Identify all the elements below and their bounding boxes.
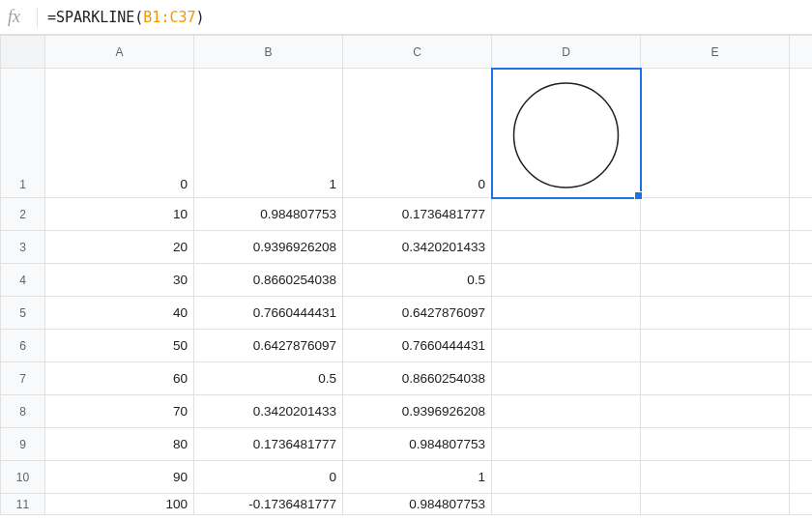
cell-d1-active[interactable] bbox=[492, 69, 641, 198]
cell-e8[interactable] bbox=[641, 395, 790, 428]
cell-d8[interactable] bbox=[492, 395, 641, 428]
cell-a7[interactable]: 60 bbox=[45, 362, 194, 395]
cell-f3[interactable] bbox=[790, 231, 813, 264]
row-header-3[interactable]: 3 bbox=[1, 231, 45, 264]
cell-c6[interactable]: 0.7660444431 bbox=[343, 330, 492, 362]
row-header-11[interactable]: 11 bbox=[1, 494, 45, 515]
cell-f10[interactable] bbox=[790, 461, 813, 494]
spreadsheet-grid: A B C D E 1 0 1 0 2 10 0.984807753 0.1 bbox=[0, 35, 812, 515]
cell-d10[interactable] bbox=[492, 461, 641, 494]
cell-f2[interactable] bbox=[790, 198, 813, 231]
col-header-d[interactable]: D bbox=[492, 36, 641, 69]
cell-a10[interactable]: 90 bbox=[45, 461, 194, 494]
formula-bar: fx =SPARKLINE(B1:C37) bbox=[0, 0, 812, 35]
cell-a3[interactable]: 20 bbox=[45, 231, 194, 264]
formula-fn-open: SPARKLINE( bbox=[56, 9, 143, 26]
cell-f8[interactable] bbox=[790, 395, 813, 428]
row-header-1[interactable]: 1 bbox=[1, 69, 45, 198]
formula-input[interactable]: =SPARKLINE(B1:C37) bbox=[47, 9, 804, 26]
cell-b11[interactable]: -0.1736481777 bbox=[194, 494, 343, 515]
row-header-10[interactable]: 10 bbox=[1, 461, 45, 494]
cell-c10[interactable]: 1 bbox=[343, 461, 492, 494]
cell-a4[interactable]: 30 bbox=[45, 264, 194, 297]
cell-c1[interactable]: 0 bbox=[343, 69, 492, 198]
cell-e1[interactable] bbox=[641, 69, 790, 198]
cell-e11[interactable] bbox=[641, 494, 790, 515]
cell-a8[interactable]: 70 bbox=[45, 395, 194, 428]
formula-equals: = bbox=[47, 9, 56, 26]
col-header-a[interactable]: A bbox=[45, 36, 194, 69]
sparkline-circle-icon bbox=[496, 77, 636, 193]
cell-d9[interactable] bbox=[492, 428, 641, 461]
cell-c8[interactable]: 0.9396926208 bbox=[343, 395, 492, 428]
row-header-5[interactable]: 5 bbox=[1, 297, 45, 330]
cell-e4[interactable] bbox=[641, 264, 790, 297]
col-header-c[interactable]: C bbox=[343, 36, 492, 69]
cell-b9[interactable]: 0.1736481777 bbox=[194, 428, 343, 461]
cell-a1[interactable]: 0 bbox=[45, 69, 194, 198]
cell-f11[interactable] bbox=[790, 494, 813, 515]
cell-e7[interactable] bbox=[641, 362, 790, 395]
cell-b3[interactable]: 0.9396926208 bbox=[194, 231, 343, 264]
cell-b6[interactable]: 0.6427876097 bbox=[194, 330, 343, 362]
cell-f6[interactable] bbox=[790, 330, 813, 362]
cell-e9[interactable] bbox=[641, 428, 790, 461]
row-header-8[interactable]: 8 bbox=[1, 395, 45, 428]
cell-d11[interactable] bbox=[492, 494, 641, 515]
formula-fn-close: ) bbox=[196, 9, 205, 26]
svg-point-0 bbox=[514, 83, 619, 188]
cell-f1[interactable] bbox=[790, 69, 813, 198]
select-all-corner[interactable] bbox=[1, 36, 45, 69]
cell-d5[interactable] bbox=[492, 297, 641, 330]
cell-a11[interactable]: 100 bbox=[45, 494, 194, 515]
row-header-6[interactable]: 6 bbox=[1, 330, 45, 362]
row-header-4[interactable]: 4 bbox=[1, 264, 45, 297]
cell-e3[interactable] bbox=[641, 231, 790, 264]
cell-d4[interactable] bbox=[492, 264, 641, 297]
col-header-e[interactable]: E bbox=[641, 36, 790, 69]
cell-a2[interactable]: 10 bbox=[45, 198, 194, 231]
cell-c4[interactable]: 0.5 bbox=[343, 264, 492, 297]
col-header-blank[interactable] bbox=[790, 36, 813, 69]
formula-range: B1:C37 bbox=[143, 9, 195, 26]
cell-f5[interactable] bbox=[790, 297, 813, 330]
fx-icon: fx bbox=[8, 7, 35, 27]
cell-c9[interactable]: 0.984807753 bbox=[343, 428, 492, 461]
cell-f7[interactable] bbox=[790, 362, 813, 395]
cell-b2[interactable]: 0.984807753 bbox=[194, 198, 343, 231]
row-header-9[interactable]: 9 bbox=[1, 428, 45, 461]
cell-b4[interactable]: 0.8660254038 bbox=[194, 264, 343, 297]
col-header-b[interactable]: B bbox=[194, 36, 343, 69]
cell-c2[interactable]: 0.1736481777 bbox=[343, 198, 492, 231]
cell-e5[interactable] bbox=[641, 297, 790, 330]
cell-e10[interactable] bbox=[641, 461, 790, 494]
cell-a5[interactable]: 40 bbox=[45, 297, 194, 330]
cell-e6[interactable] bbox=[641, 330, 790, 362]
cell-d6[interactable] bbox=[492, 330, 641, 362]
cell-c11[interactable]: 0.984807753 bbox=[343, 494, 492, 515]
cell-b8[interactable]: 0.3420201433 bbox=[194, 395, 343, 428]
cell-a9[interactable]: 80 bbox=[45, 428, 194, 461]
cell-a6[interactable]: 50 bbox=[45, 330, 194, 362]
cell-c5[interactable]: 0.6427876097 bbox=[343, 297, 492, 330]
cell-b10[interactable]: 0 bbox=[194, 461, 343, 494]
cell-b5[interactable]: 0.7660444431 bbox=[194, 297, 343, 330]
cell-d3[interactable] bbox=[492, 231, 641, 264]
fx-divider bbox=[37, 8, 38, 27]
cell-c7[interactable]: 0.8660254038 bbox=[343, 362, 492, 395]
cell-d7[interactable] bbox=[492, 362, 641, 395]
cell-f9[interactable] bbox=[790, 428, 813, 461]
cell-c3[interactable]: 0.3420201433 bbox=[343, 231, 492, 264]
row-header-2[interactable]: 2 bbox=[1, 198, 45, 231]
cell-b1[interactable]: 1 bbox=[194, 69, 343, 198]
cell-e2[interactable] bbox=[641, 198, 790, 231]
row-header-7[interactable]: 7 bbox=[1, 362, 45, 395]
cell-b7[interactable]: 0.5 bbox=[194, 362, 343, 395]
cell-d2[interactable] bbox=[492, 198, 641, 231]
cell-f4[interactable] bbox=[790, 264, 813, 297]
